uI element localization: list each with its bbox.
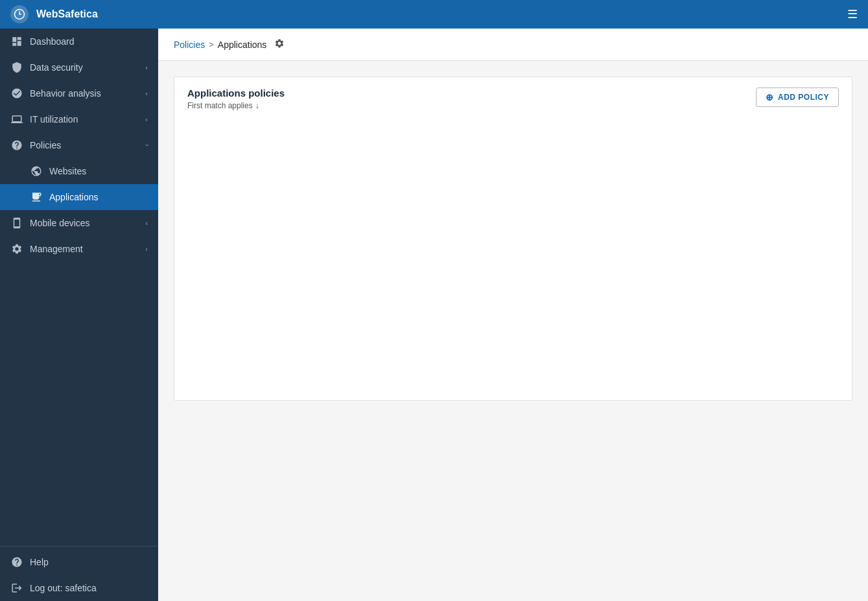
sidebar-item-it-utilization[interactable]: IT utilization ‹ [0, 106, 158, 132]
sidebar-item-data-security[interactable]: Data security ‹ [0, 54, 158, 80]
sidebar-item-help[interactable]: Help [0, 549, 158, 575]
breadcrumb-current: Applications [218, 40, 267, 50]
sidebar-item-websites[interactable]: Websites [0, 158, 158, 184]
sidebar-item-mobile-devices-label: Mobile devices [30, 218, 139, 228]
sidebar-item-behavior-analysis[interactable]: Behavior analysis ‹ [0, 80, 158, 106]
sidebar-bottom: Help Log out: safetica [0, 546, 158, 601]
sidebar-item-applications-label: Applications [49, 192, 148, 202]
sidebar-item-management-label: Management [30, 244, 139, 254]
sidebar-item-mobile-devices[interactable]: Mobile devices ‹ [0, 210, 158, 236]
sidebar-item-it-utilization-label: IT utilization [30, 114, 139, 124]
plus-icon: ⊕ [766, 92, 774, 102]
breadcrumb-bar: Policies > Applications [158, 29, 868, 61]
sidebar-item-behavior-analysis-label: Behavior analysis [30, 88, 139, 99]
policies-card-title: Applications policies [187, 88, 285, 99]
settings-icon[interactable] [274, 38, 285, 51]
sidebar-item-logout[interactable]: Log out: safetica [0, 575, 158, 601]
dashboard-icon [10, 35, 23, 48]
it-utilization-icon [10, 113, 23, 126]
it-utilization-chevron: ‹ [145, 115, 148, 123]
management-icon [10, 242, 23, 255]
sidebar-item-help-label: Help [30, 557, 148, 567]
data-security-chevron: ‹ [145, 64, 148, 71]
policies-card-header: Applications policies First match applie… [187, 88, 839, 110]
policies-icon [10, 139, 23, 152]
management-chevron: ‹ [145, 245, 148, 253]
breadcrumb-parent[interactable]: Policies [174, 40, 205, 50]
data-security-icon [10, 61, 23, 74]
applications-icon [30, 191, 43, 204]
sidebar-item-data-security-label: Data security [30, 62, 139, 73]
add-policy-button[interactable]: ⊕ ADD POLICY [756, 88, 839, 107]
sidebar-item-applications[interactable]: Applications [0, 184, 158, 210]
first-match-sort-icon[interactable]: ↓ [255, 101, 259, 110]
content-area: Applications policies First match applie… [158, 61, 868, 601]
top-header: WebSafetica ☰ [0, 0, 868, 29]
sidebar: Dashboard Data security ‹ Behavior analy… [0, 29, 158, 601]
app-title: WebSafetica [36, 8, 839, 20]
help-icon [10, 556, 23, 569]
mobile-devices-chevron: ‹ [145, 219, 148, 227]
sidebar-item-management[interactable]: Management ‹ [0, 236, 158, 262]
behavior-analysis-chevron: ‹ [145, 89, 148, 97]
main-layout: Dashboard Data security ‹ Behavior analy… [0, 29, 868, 601]
websites-icon [30, 165, 43, 178]
policies-card-title-block: Applications policies First match applie… [187, 88, 285, 110]
first-match-label: First match applies [187, 101, 253, 110]
first-match-row: First match applies ↓ [187, 101, 285, 110]
policies-card: Applications policies First match applie… [174, 77, 852, 401]
sidebar-item-dashboard[interactable]: Dashboard [0, 29, 158, 54]
breadcrumb-separator: > [209, 40, 214, 49]
mobile-devices-icon [10, 217, 23, 230]
sidebar-item-policies-label: Policies [30, 140, 139, 150]
add-policy-label: ADD POLICY [778, 93, 829, 102]
sidebar-item-policies[interactable]: Policies ‹ [0, 132, 158, 158]
policies-chevron: ‹ [143, 144, 150, 147]
logout-icon [10, 582, 23, 595]
menu-icon[interactable]: ☰ [847, 7, 858, 21]
sidebar-item-logout-label: Log out: safetica [30, 583, 148, 593]
sidebar-item-websites-label: Websites [49, 166, 148, 176]
main-content: Policies > Applications Applications pol… [158, 29, 868, 601]
sidebar-item-dashboard-label: Dashboard [30, 36, 148, 47]
logo-icon [10, 5, 29, 23]
behavior-analysis-icon [10, 87, 23, 100]
